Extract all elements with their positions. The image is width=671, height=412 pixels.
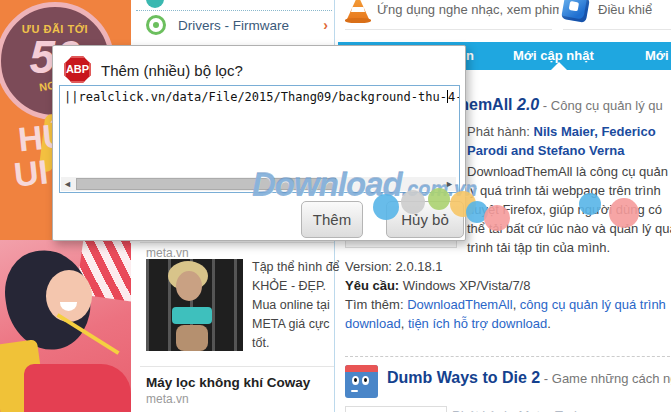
banner-photo-face bbox=[46, 270, 92, 322]
filter-text-after: 4- bbox=[448, 90, 460, 104]
scroll-right-arrow-icon[interactable]: ► bbox=[445, 179, 454, 189]
gym-image-top bbox=[172, 307, 212, 324]
abp-add-filter-dialog: ABP Thêm (nhiều) bộ lọc? ||realclick.vn/… bbox=[52, 45, 466, 241]
article-title-suffix: - Công cụ quản lý qu bbox=[539, 98, 663, 113]
see-more-link-1[interactable]: DownloadThemAll bbox=[407, 297, 513, 312]
cancel-button[interactable]: Hủy bỏ bbox=[386, 201, 464, 238]
article-title-text: Dumb Ways to Die 2 - Game những cách ng bbox=[387, 369, 671, 387]
filter-text: ||realclick.vn/data/File/2015/Thang09/ba… bbox=[64, 90, 460, 104]
meta-source-label: meta.vn bbox=[146, 392, 189, 406]
requirements-value: Windows XP/Vista/7/8 bbox=[399, 278, 530, 293]
meta-source-label: meta.vn bbox=[146, 246, 189, 260]
chevron-right-icon: › bbox=[323, 17, 328, 33]
vlc-cone-icon bbox=[345, 0, 371, 23]
article-dumb-ways: Dumb Ways to Die 2 - Game những cách ng … bbox=[345, 356, 671, 400]
article-title-suffix: - Game những cách ng bbox=[540, 371, 671, 386]
remote-app-icon bbox=[561, 0, 590, 23]
app-list-item-label: Điều khiể bbox=[598, 2, 652, 17]
see-more-sep: , bbox=[513, 297, 520, 312]
banner-photo-dress bbox=[24, 364, 131, 412]
horizontal-scrollbar[interactable]: ◄ ► bbox=[61, 177, 456, 191]
filter-textarea[interactable]: ||realclick.vn/data/File/2015/Thang09/ba… bbox=[59, 85, 460, 193]
tab-moi[interactable]: Mới bbox=[645, 48, 669, 63]
see-more-link-3[interactable]: tiện ích hỗ trợ download bbox=[408, 316, 547, 331]
gym-image-torso bbox=[176, 325, 208, 351]
gym-image-face bbox=[176, 271, 202, 301]
meta-ads-divider bbox=[140, 366, 334, 367]
scrollbar-thumb[interactable] bbox=[76, 178, 336, 190]
coway-ad-title[interactable]: Máy lọc không khí Coway bbox=[146, 375, 336, 390]
dumb-ways-icon[interactable] bbox=[345, 365, 378, 398]
requirements-line: Yêu cầu: Windows XP/Vista/7/8 bbox=[345, 276, 671, 295]
version-line: Version: 2.0.18.1 bbox=[345, 257, 671, 276]
see-more-end: . bbox=[547, 316, 551, 331]
dialog-title: Thêm (nhiều) bộ lọc? bbox=[101, 62, 243, 79]
article-thumbnail[interactable] bbox=[345, 406, 447, 412]
disc-icon bbox=[146, 15, 166, 35]
scroll-left-arrow-icon[interactable]: ◄ bbox=[63, 179, 72, 189]
banner-slogan-line2: UI bbox=[13, 156, 50, 189]
gym-ad-text[interactable]: Tập thể hình để KHỎE - ĐẸP. Mua online t… bbox=[252, 258, 340, 353]
gym-ad-image[interactable] bbox=[146, 259, 243, 351]
app-list-item-label: Ứng dụng nghe nhạc, xem phim m bbox=[377, 2, 559, 17]
active-tab-notch bbox=[551, 62, 567, 70]
see-more-line: Tìm thêm: DownloadThemAll, công cụ quản … bbox=[345, 295, 671, 333]
see-more-sep: , bbox=[401, 316, 408, 331]
meta-section-divider bbox=[140, 242, 334, 243]
tab-moi-cap-nhat[interactable]: Mới cập nhật bbox=[513, 48, 594, 63]
article-title-version[interactable]: 2.0 bbox=[513, 96, 540, 113]
app-list-divider bbox=[563, 29, 671, 30]
menu-dotted-separator bbox=[136, 10, 332, 11]
abp-stop-icon: ABP bbox=[64, 56, 91, 83]
requirements-label: Yêu cầu: bbox=[345, 278, 399, 293]
tab-hidden-fragment[interactable]: n bbox=[466, 48, 474, 63]
banner-photo bbox=[0, 240, 131, 412]
article-title-row: Dumb Ways to Die 2 - Game những cách ng … bbox=[345, 364, 671, 400]
screen: ƯU ĐÃI TỚI 50 NGÀY HÚ UI Drivers - Firmw… bbox=[0, 0, 671, 412]
publisher-line-faint: Phát hành: Metro Train bbox=[452, 408, 584, 412]
app-list-divider bbox=[345, 29, 552, 30]
filter-text-before: ||realclick.vn/data/File/2015/Thang09/ba… bbox=[64, 90, 447, 104]
article-title-link[interactable]: Dumb Ways to Die 2 bbox=[387, 369, 540, 386]
sidebar-item-drivers-firmware[interactable]: Drivers - Firmware › bbox=[136, 12, 332, 42]
sidebar-item-label: Drivers - Firmware bbox=[178, 18, 289, 33]
publisher-label: Phát hành: bbox=[467, 124, 534, 139]
see-more-label: Tìm thêm: bbox=[345, 297, 407, 312]
add-filter-button[interactable]: Thêm bbox=[301, 201, 363, 238]
menu-partial-icon bbox=[146, 0, 164, 8]
